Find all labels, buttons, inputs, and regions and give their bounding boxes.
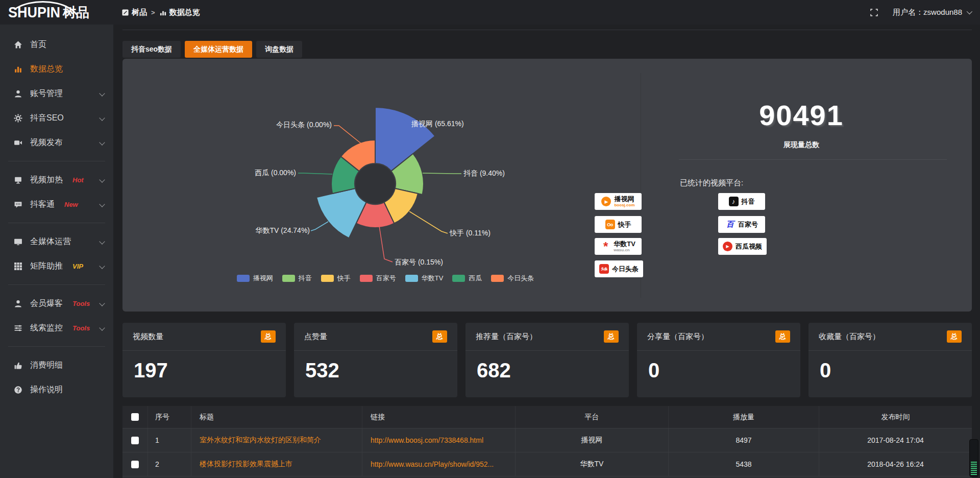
platform-badge-kuaishou: Oo 快手 <box>595 216 642 233</box>
legend-label: 抖音 <box>299 274 312 283</box>
video-title-link[interactable]: 楼体投影灯投影效果震撼上市 <box>200 460 292 469</box>
sidebar-item-matrix-boost[interactable]: 矩阵助推 VIP <box>0 254 113 278</box>
chevron-down-icon <box>99 90 105 96</box>
stat-card-shares: 分享量（百家号）总 0 <box>637 323 800 397</box>
breadcrumb-root-label: 树品 <box>132 8 147 17</box>
sidebar: 首页 数据总览 账号管理 抖音SEO 视频发布 视频加热 Hot 抖客通 New… <box>0 25 113 478</box>
col-header-link: 链接 <box>362 406 516 428</box>
sidebar-divider <box>8 346 105 347</box>
chart-legend: 播视网 抖音 快手 百家号 华数TV 西瓜 今日头条 <box>122 274 648 283</box>
overview-panel: 播视网 (65.61%) 抖音 (9.40%) 快手 (0.11%) 百家号 (… <box>122 59 972 312</box>
sidebar-item-label: 线索监控 <box>30 323 63 333</box>
sidebar-item-lead-monitor[interactable]: 线索监控 Tools <box>0 316 113 340</box>
sidebar-divider <box>8 161 105 161</box>
legend-swatch <box>452 275 465 282</box>
callout-line-baijiahao <box>379 226 393 262</box>
tools-badge: Tools <box>72 300 90 307</box>
platform-name: 抖音 <box>742 198 755 205</box>
breadcrumb-current[interactable]: 数据总览 <box>159 8 200 17</box>
thumb-up-icon <box>13 361 22 370</box>
chevron-down-icon <box>99 201 105 207</box>
breadcrumb-separator: > <box>151 9 155 16</box>
legend-label: 百家号 <box>376 274 396 283</box>
sidebar-item-media-ops[interactable]: 全媒体运营 <box>0 229 113 254</box>
breadcrumb-root[interactable]: 树品 <box>121 8 147 17</box>
legend-item-douyin[interactable]: 抖音 <box>282 274 312 283</box>
stat-card-label: 收藏量（百家号） <box>819 332 880 342</box>
sidebar-item-member-tools[interactable]: 会员爆客 Tools <box>0 291 113 316</box>
video-camera-icon <box>13 138 22 147</box>
video-url-link[interactable]: http://www.boosj.com/7338468.html <box>371 436 483 444</box>
chevron-down-icon <box>99 300 105 306</box>
stat-card-label: 点赞量 <box>304 332 327 342</box>
fullscreen-icon[interactable] <box>870 8 878 17</box>
total-badge: 总 <box>261 330 276 343</box>
callout-line-xigua <box>298 173 332 174</box>
table-header-row: 序号 标题 链接 平台 播放量 发布时间 <box>122 406 972 428</box>
chat-bubble-icon <box>13 200 22 209</box>
select-all-checkbox[interactable] <box>131 413 139 421</box>
stat-card-value: 532 <box>294 351 457 382</box>
legend-label: 今日头条 <box>507 274 534 283</box>
row-checkbox[interactable] <box>131 461 139 468</box>
sidebar-item-video-heat[interactable]: 视频加热 Hot <box>0 168 113 192</box>
sidebar-item-label: 全媒体运营 <box>30 236 71 247</box>
toutiao-icon: 头条 <box>599 264 609 274</box>
legend-item-baijiahao[interactable]: 百家号 <box>360 274 396 283</box>
callout-line-toutiao <box>334 126 362 145</box>
question-circle-icon <box>13 385 22 394</box>
logo-text-en: SHUPIN <box>8 4 60 20</box>
legend-swatch <box>360 275 373 282</box>
sidebar-item-label: 首页 <box>30 39 46 50</box>
pie-label-baijiahao: 百家号 (0.15%) <box>395 258 443 267</box>
sidebar-item-spend-detail[interactable]: 消费明细 <box>0 353 113 377</box>
home-icon <box>13 40 22 49</box>
tab-douyin-seo-data[interactable]: 抖音seo数据 <box>122 41 181 58</box>
pie-slice-huashutv[interactable] <box>316 188 366 238</box>
legend-swatch <box>237 275 250 282</box>
total-badge: 总 <box>947 330 962 343</box>
video-title-link[interactable]: 室外水纹灯和室内水纹灯的区别和简介 <box>200 436 321 445</box>
videos-table: 序号 标题 链接 平台 播放量 发布时间 1 室外水纹灯和室内水纹灯的区别和简介… <box>122 406 972 478</box>
sidebar-item-doketong[interactable]: 抖客通 New <box>0 192 113 217</box>
tab-inquiry-data[interactable]: 询盘数据 <box>256 41 302 58</box>
stat-card-label: 视频数量 <box>133 332 163 342</box>
monitor-icon <box>13 237 22 246</box>
legend-item-kuaishou[interactable]: 快手 <box>321 274 351 283</box>
bar-chart-icon <box>159 9 167 16</box>
floating-widget[interactable] <box>969 439 978 477</box>
tab-media-ops-data[interactable]: 全媒体运营数据 <box>185 41 252 58</box>
legend-item-boshiwang[interactable]: 播视网 <box>237 274 273 283</box>
video-url-link[interactable]: http://www.wasu.cn/Play/show/id/952... <box>371 460 494 468</box>
screen-heat-icon <box>13 175 22 184</box>
stat-card-label: 推荐量（百家号） <box>476 332 537 342</box>
sidebar-item-account[interactable]: 账号管理 <box>0 81 113 106</box>
legend-swatch <box>321 275 334 282</box>
sidebar-item-label: 操作说明 <box>30 385 63 395</box>
user-menu[interactable]: 用户名：zswodun88 <box>893 8 971 17</box>
row-views: 5438 <box>669 452 819 476</box>
edit-square-icon <box>121 9 129 16</box>
sidebar-item-label: 视频加热 <box>30 175 63 185</box>
platform-name: 快手 <box>618 221 631 228</box>
legend-item-xigua[interactable]: 西瓜 <box>452 274 482 283</box>
sidebar-item-help[interactable]: 操作说明 <box>0 377 113 402</box>
sidebar-item-home[interactable]: 首页 <box>0 32 113 57</box>
user-icon <box>13 89 22 98</box>
row-checkbox[interactable] <box>131 437 139 444</box>
sidebar-item-video-publish[interactable]: 视频发布 <box>0 130 113 155</box>
sidebar-item-label: 账号管理 <box>30 88 63 99</box>
legend-label: 华数TV <box>422 274 444 283</box>
total-impressions-value: 90491 <box>694 99 909 132</box>
pie-donut-hole <box>355 164 395 204</box>
widget-stripes-icon <box>971 462 977 475</box>
sidebar-item-data-overview[interactable]: 数据总览 <box>0 57 113 81</box>
sliders-icon <box>13 323 22 332</box>
legend-item-toutiao[interactable]: 今日头条 <box>491 274 534 283</box>
legend-item-huashutv[interactable]: 华数TV <box>405 274 444 283</box>
header-divider-line <box>122 30 972 30</box>
new-badge: New <box>64 201 78 208</box>
chevron-down-icon <box>99 238 105 244</box>
sidebar-item-douyin-seo[interactable]: 抖音SEO <box>0 106 113 130</box>
chevron-down-icon <box>99 115 105 121</box>
